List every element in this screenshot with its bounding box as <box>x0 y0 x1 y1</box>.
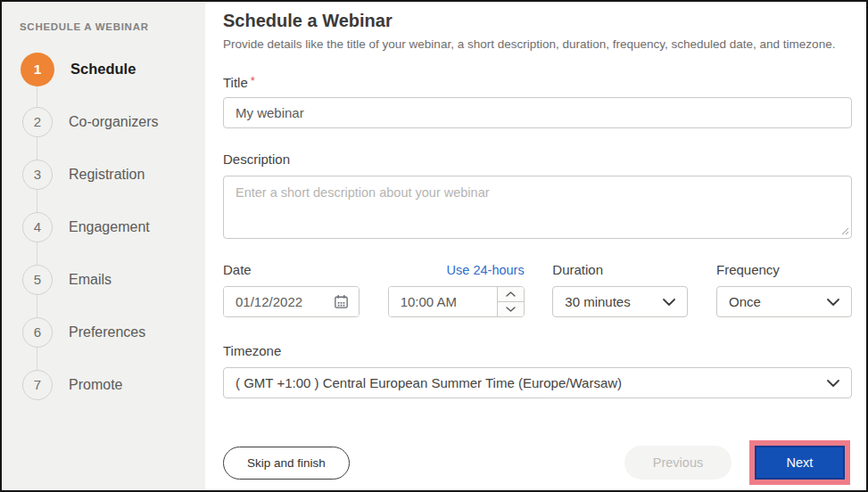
frequency-field: Frequency Once <box>716 262 852 317</box>
step-label: Registration <box>69 167 145 183</box>
timezone-value: ( GMT +1:00 ) Central European Summer Ti… <box>236 375 622 390</box>
step-label: Emails <box>69 272 112 288</box>
duration-field: Duration 30 minutes <box>552 262 688 317</box>
step-number-badge: 1 <box>21 53 54 86</box>
timezone-select[interactable]: ( GMT +1:00 ) Central European Summer Ti… <box>223 367 852 398</box>
sidebar-step-registration[interactable]: 3 Registration <box>20 148 205 201</box>
step-label: Co-organizers <box>69 114 158 130</box>
frequency-value: Once <box>729 294 761 309</box>
timezone-field: Timezone ( GMT +1:00 ) Central European … <box>223 343 852 398</box>
description-label: Description <box>223 152 852 168</box>
chevron-down-icon <box>663 299 675 306</box>
time-input[interactable] <box>389 287 497 316</box>
sidebar-step-engagement[interactable]: 4 Engagement <box>20 201 205 253</box>
date-label: Date <box>223 262 360 278</box>
annotation-highlight-box: Next <box>749 440 850 485</box>
sidebar-step-co-organizers[interactable]: 2 Co-organizers <box>20 95 205 148</box>
time-field: Use 24-hours <box>388 262 525 317</box>
sidebar-step-preferences[interactable]: 6 Preferences <box>20 306 205 358</box>
duration-label: Duration <box>552 262 688 278</box>
title-field: Title* <box>223 73 852 128</box>
schedule-form-panel: Schedule a Webinar Provide details like … <box>205 2 866 490</box>
timezone-label: Timezone <box>223 343 852 359</box>
wizard-sidebar: SCHEDULE A WEBINAR 1 Schedule 2 Co-organ… <box>2 2 205 490</box>
page-subtitle: Provide details like the title of your w… <box>223 37 852 51</box>
spinner-down-icon[interactable] <box>498 301 524 316</box>
app-window: SCHEDULE A WEBINAR 1 Schedule 2 Co-organ… <box>0 0 868 492</box>
duration-select[interactable]: 30 minutes <box>552 286 688 317</box>
previous-button[interactable]: Previous <box>624 446 732 480</box>
step-number-badge: 2 <box>22 107 53 137</box>
wizard-steps: 1 Schedule 2 Co-organizers 3 Registratio… <box>20 43 205 411</box>
date-input-group <box>223 286 360 317</box>
sidebar-step-schedule[interactable]: 1 Schedule <box>20 43 205 95</box>
footer-right-group: Previous Next <box>624 440 852 485</box>
frequency-label: Frequency <box>716 262 852 278</box>
duration-value: 30 minutes <box>565 294 630 309</box>
required-asterisk: * <box>251 74 255 87</box>
time-spinner <box>497 287 524 316</box>
title-label: Title* <box>223 73 852 89</box>
calendar-icon[interactable] <box>323 287 359 316</box>
sidebar-header: SCHEDULE A WEBINAR <box>20 21 205 32</box>
date-input[interactable] <box>224 287 323 316</box>
chevron-down-icon <box>827 380 839 387</box>
title-label-text: Title <box>223 75 248 90</box>
frequency-select[interactable]: Once <box>716 286 852 317</box>
step-label: Promote <box>69 377 122 393</box>
step-number-badge: 5 <box>22 265 53 295</box>
step-label: Preferences <box>69 324 145 340</box>
step-number-badge: 3 <box>22 160 53 190</box>
step-number-badge: 6 <box>22 317 53 348</box>
schedule-controls-row: Date <box>223 262 852 317</box>
next-button[interactable]: Next <box>755 446 845 480</box>
time-input-group <box>388 286 525 317</box>
step-label: Engagement <box>69 219 150 235</box>
description-textarea[interactable] <box>223 176 852 239</box>
skip-and-finish-button[interactable]: Skip and finish <box>223 447 350 480</box>
use-24-hours-link[interactable]: Use 24-hours <box>388 262 525 278</box>
form-footer: Skip and finish Previous Next <box>223 440 852 485</box>
date-field: Date <box>223 262 360 317</box>
title-input[interactable] <box>223 97 852 128</box>
description-field: Description <box>223 152 852 239</box>
step-number-badge: 7 <box>22 370 53 400</box>
sidebar-step-promote[interactable]: 7 Promote <box>20 358 205 411</box>
step-label: Schedule <box>70 61 136 78</box>
page-title: Schedule a Webinar <box>223 11 852 31</box>
step-number-badge: 4 <box>22 212 53 242</box>
spinner-up-icon[interactable] <box>498 287 524 301</box>
sidebar-step-emails[interactable]: 5 Emails <box>20 253 205 306</box>
chevron-down-icon <box>827 299 839 306</box>
